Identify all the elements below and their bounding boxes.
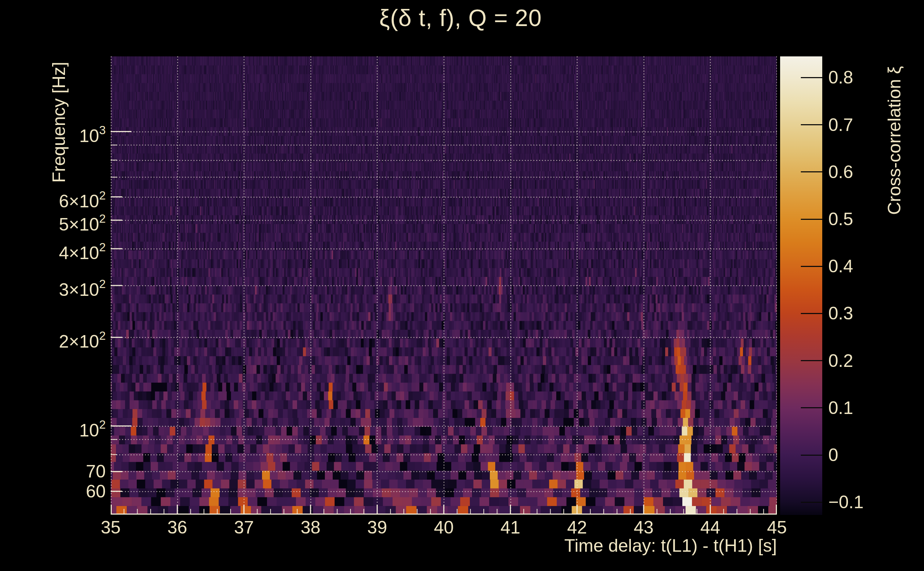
- x-tick-label: 35: [86, 518, 136, 537]
- colorbar-tick-label: 0.1: [828, 397, 921, 419]
- x-tick-label: 41: [485, 518, 536, 537]
- x-tick-label: 43: [619, 518, 669, 537]
- y-tick-label: 60: [22, 480, 106, 503]
- x-tick-label: 45: [752, 518, 802, 537]
- colorbar-tick: [801, 502, 822, 503]
- x-axis-title: Time delay: t(L1) - t(H1) [s]: [453, 536, 777, 556]
- colorbar-tick: [801, 124, 822, 125]
- y-tick-label: 3×102: [22, 275, 106, 301]
- y-tick-label: 5×102: [22, 209, 106, 236]
- colorbar-tick-label: 0.4: [828, 255, 921, 277]
- colorbar-tick: [801, 455, 822, 456]
- colorbar-tick-label: 0.6: [828, 161, 921, 183]
- x-tick-label: 42: [552, 518, 602, 537]
- colorbar-tick-label: 0.5: [828, 208, 921, 230]
- y-tick-label: 70: [22, 460, 106, 483]
- colorbar-tick-label: 0.7: [828, 114, 921, 136]
- x-tick-label: 36: [153, 518, 202, 537]
- colorbar-tick: [801, 219, 822, 220]
- heatmap-canvas: [111, 56, 777, 515]
- colorbar-tick-label: 0: [828, 444, 921, 466]
- x-tick-label: 37: [219, 518, 269, 537]
- colorbar-tick: [801, 313, 822, 314]
- x-tick-label: 44: [685, 518, 735, 537]
- colorbar-title: Cross-correlation ξ: [884, 66, 905, 215]
- y-tick-label: 102: [22, 415, 106, 441]
- colorbar-tick: [801, 171, 822, 172]
- y-tick-label: 2×102: [22, 326, 106, 353]
- y-tick-label: 4×102: [22, 238, 106, 264]
- colorbar-tick: [801, 77, 822, 78]
- colorbar-tick-label: −0.1: [828, 491, 921, 513]
- chart-title: ξ(δ t, f), Q = 20: [193, 4, 728, 31]
- colorbar-tick: [801, 360, 822, 361]
- colorbar-tick-label: 0.3: [828, 302, 921, 324]
- colorbar-tick-label: 0.2: [828, 350, 921, 372]
- colorbar-tick: [801, 407, 822, 408]
- x-tick-label: 40: [419, 518, 469, 537]
- x-tick-label: 39: [352, 518, 402, 537]
- colorbar-tick-label: 0.8: [828, 66, 921, 88]
- y-tick-label: 103: [22, 120, 106, 147]
- x-tick-label: 38: [286, 518, 335, 537]
- y-tick-label: 6×102: [22, 186, 106, 212]
- colorbar-tick: [801, 266, 822, 267]
- figure-root: ξ(δ t, f), Q = 20 Frequency [Hz] Time de…: [0, 0, 924, 571]
